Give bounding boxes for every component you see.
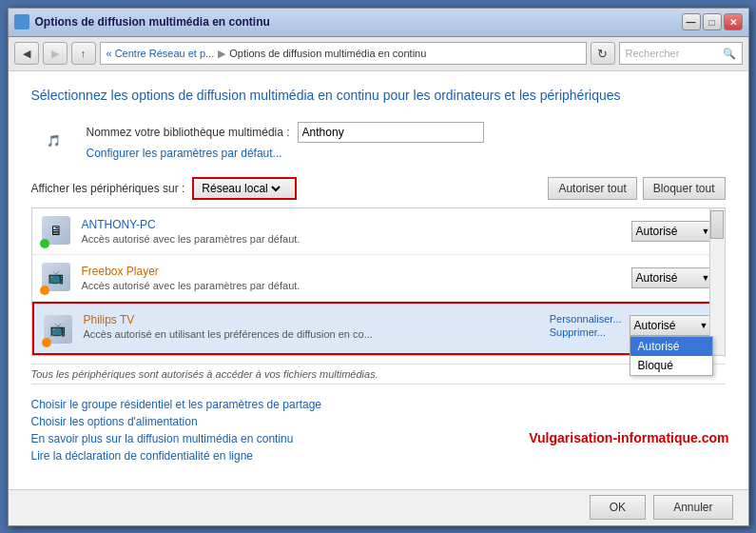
philips-controls: Personnaliser... Supprimer... Autorisé ▼…	[550, 313, 713, 338]
main-content: Sélectionnez les options de diffusion mu…	[9, 71, 748, 489]
watermark: Vulgarisation-informatique.com	[529, 430, 728, 445]
library-row: 🎵 Nommez votre bibliothèque multimédia :…	[31, 118, 726, 164]
device-select-philips[interactable]: Autorisé ▼	[630, 315, 713, 336]
search-box[interactable]: Rechercher 🔍	[619, 42, 743, 65]
footer-note: Tous les périphériques sont autorisés à …	[31, 364, 726, 385]
filter-buttons: Autoriser tout Bloquer tout	[548, 177, 725, 200]
library-icon: 🎵	[31, 118, 77, 164]
device-right-freebox: Autorisé ▼	[631, 267, 715, 288]
select-value: Autorisé	[636, 225, 678, 238]
device-select-wrapper-philips: Autorisé ▼ Autorisé Bloqué	[630, 315, 713, 336]
status-dot-orange2	[42, 338, 51, 347]
close-button[interactable]: ✕	[724, 13, 743, 30]
filter-select[interactable]: Réseau local Internet Tous	[198, 181, 283, 196]
dropdown-item-bloque[interactable]: Bloqué	[630, 356, 712, 375]
filter-left: Afficher les périphériques sur : Réseau …	[31, 177, 298, 200]
device-name: ANTHONY-PC	[82, 218, 622, 231]
dialog-buttons: OK Annuler	[9, 489, 748, 525]
select-value: Autorisé	[634, 319, 676, 332]
minimize-button[interactable]: —	[682, 13, 701, 30]
window-title: Options de diffusion multimédia en conti…	[35, 15, 270, 29]
status-dot-orange	[40, 286, 49, 295]
address-path[interactable]: « Centre Réseau et p... ▶ Options de dif…	[100, 42, 587, 65]
device-status: Accès autorisé avec les paramètres par d…	[82, 233, 622, 245]
device-name: Philips TV	[84, 313, 540, 326]
device-list: 🖥 ANTHONY-PC Accès autorisé avec les par…	[31, 207, 726, 356]
path-part2: Options de diffusion multimédia en conti…	[229, 48, 426, 59]
title-bar: Options de diffusion multimédia en conti…	[9, 9, 748, 37]
page-title: Sélectionnez les options de diffusion mu…	[31, 87, 726, 106]
device-icon-philips: 📺	[44, 315, 74, 345]
ok-button[interactable]: OK	[590, 495, 646, 520]
back-button[interactable]: ◀	[14, 42, 39, 65]
authorize-all-button[interactable]: Autoriser tout	[548, 177, 636, 200]
cancel-button[interactable]: Annuler	[653, 495, 732, 520]
filter-select-wrapper[interactable]: Réseau local Internet Tous	[192, 177, 297, 200]
search-placeholder: Rechercher	[626, 48, 719, 59]
title-bar-left: Options de diffusion multimédia en conti…	[14, 14, 270, 30]
device-info-anthony: ANTHONY-PC Accès autorisé avec les param…	[82, 218, 622, 245]
address-bar: ◀ ▶ ↑ « Centre Réseau et p... ▶ Options …	[9, 37, 748, 71]
search-icon: 🔍	[723, 48, 736, 60]
device-info-philips: Philips TV Accès autorisé en utilisant l…	[84, 313, 540, 340]
device-dropdown-philips: Autorisé Bloqué	[630, 336, 713, 376]
device-status: Accès autorisé avec les paramètres par d…	[82, 280, 622, 291]
scrollbar[interactable]	[709, 208, 725, 355]
select-value: Autorisé	[636, 271, 678, 285]
device-select-anthony[interactable]: Autorisé ▼	[631, 221, 715, 242]
path-part1: « Centre Réseau et p...	[107, 48, 215, 59]
status-dot-green	[40, 239, 49, 248]
scrollbar-thumb[interactable]	[710, 210, 724, 239]
path-separator: ▶	[218, 48, 225, 60]
refresh-button[interactable]: ↻	[591, 42, 615, 65]
filter-label: Afficher les périphériques sur :	[31, 182, 185, 195]
device-info-freebox: Freebox Player Accès autorisé avec les p…	[82, 265, 622, 291]
device-status: Accès autorisé en utilisant les préféren…	[84, 328, 540, 340]
device-right-philips: Personnaliser... Supprimer... Autorisé ▼…	[550, 313, 713, 338]
device-icon-freebox: 📺	[42, 263, 72, 293]
personalize-link[interactable]: Personnaliser...	[550, 313, 622, 325]
filter-row: Afficher les périphériques sur : Réseau …	[31, 177, 726, 200]
link-residential[interactable]: Choisir le groupe résidentiel et les par…	[31, 398, 726, 411]
config-link[interactable]: Configurer les paramètres par défaut...	[87, 147, 484, 160]
library-name-row: Nommez votre bibliothèque multimédia :	[87, 122, 484, 143]
maximize-button[interactable]: □	[703, 13, 722, 30]
device-right-anthony: Autorisé ▼	[631, 221, 715, 242]
block-all-button[interactable]: Bloquer tout	[643, 177, 726, 200]
up-button[interactable]: ↑	[71, 42, 96, 65]
table-row: 📺 Freebox Player Accès autorisé avec les…	[32, 255, 725, 302]
window-icon	[14, 14, 29, 30]
link-power[interactable]: Choisir les options d'alimentation	[31, 415, 726, 428]
table-row: 🖥 ANTHONY-PC Accès autorisé avec les par…	[32, 208, 725, 255]
device-icon-anthony: 🖥	[42, 216, 72, 247]
library-name-section: Nommez votre bibliothèque multimédia : C…	[87, 122, 484, 160]
library-icon-img: 🎵	[47, 134, 61, 148]
table-row: 📺 Philips TV Accès autorisé en utilisant…	[32, 302, 725, 355]
device-action-links: Personnaliser... Supprimer...	[550, 313, 622, 338]
chevron-down-icon: ▼	[700, 321, 708, 330]
title-bar-buttons: — □ ✕	[682, 13, 743, 30]
link-privacy[interactable]: Lire la déclaration de confidentialité e…	[31, 449, 726, 463]
library-name-label: Nommez votre bibliothèque multimédia :	[87, 126, 290, 139]
device-select-freebox[interactable]: Autorisé ▼	[631, 267, 715, 288]
device-name: Freebox Player	[82, 265, 622, 278]
library-name-input[interactable]	[298, 122, 484, 143]
forward-button[interactable]: ▶	[43, 42, 68, 65]
remove-link[interactable]: Supprimer...	[550, 326, 622, 338]
main-window: Options de diffusion multimédia en conti…	[8, 8, 749, 526]
dropdown-item-autorise[interactable]: Autorisé	[630, 337, 712, 356]
